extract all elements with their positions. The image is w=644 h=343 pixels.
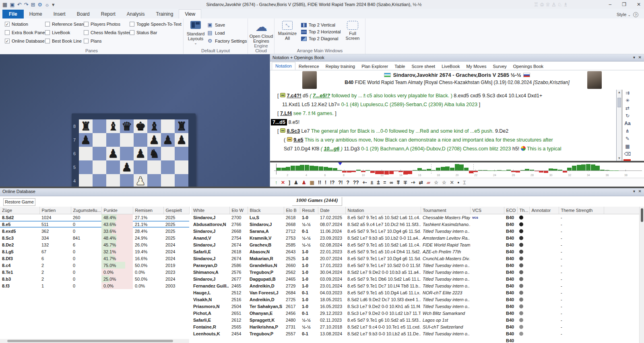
games-table-row[interactable]: Leenhouts,K2454Tregubov,P25570-113.08.20…	[191, 330, 639, 337]
board-square-a5[interactable]	[79, 160, 93, 174]
rotate-icon[interactable]: ↻	[623, 113, 632, 120]
white-slightly-better-symbol[interactable]: ⩲	[377, 180, 380, 185]
factory-settings-button[interactable]: ⚙Factory Settings	[207, 38, 247, 44]
board-square-d7[interactable]	[120, 133, 134, 147]
games-table-header[interactable]: Theme Strength	[559, 207, 604, 214]
board-square-d5[interactable]: ♟	[120, 160, 134, 174]
ribbon-tab-board[interactable]: Board	[71, 10, 95, 18]
tree-icon[interactable]: ⋔	[623, 128, 632, 136]
bracket-symbol[interactable]: ]	[289, 180, 290, 185]
games-table-header[interactable]: Elo B	[284, 207, 300, 214]
notation-tab-survey[interactable]: Survey	[490, 63, 510, 70]
board-square-f5[interactable]	[147, 160, 161, 174]
undo-icon[interactable]: ↶	[17, 2, 22, 8]
dot-symbol[interactable]: •	[458, 180, 459, 185]
checkbox-status-bar[interactable]: Status Bar	[130, 30, 182, 35]
board-square-e6[interactable]: ♟	[134, 147, 147, 160]
checkbox-players-photos[interactable]: Players Photos	[84, 22, 132, 27]
notation-segment[interactable]: ]	[335, 111, 336, 116]
ribbon-tab-training[interactable]: Training	[150, 10, 179, 18]
moves-table-row[interactable]: 8.b32025.0%50.0%2024	[0, 275, 189, 282]
star-plus-symbol[interactable]: ☆	[442, 180, 446, 185]
notation-segment[interactable]: 9.e5	[293, 137, 303, 143]
moves-table-header[interactable]: Zugumstellu...	[71, 207, 101, 214]
checkbox-best-book-line[interactable]: Best Book Line	[45, 39, 88, 43]
games-table-header[interactable]: Black	[248, 207, 284, 214]
board-square-h8[interactable]: ♜	[175, 119, 188, 133]
font-icon[interactable]: Aa	[623, 121, 632, 128]
games-table-header[interactable]: White	[191, 207, 229, 214]
board-square-c7[interactable]	[106, 133, 120, 147]
style-dropdown[interactable]: Style ⌄?	[617, 12, 638, 17]
board-square-c8[interactable]: ♝	[106, 119, 120, 133]
moves-table-row[interactable]: 8.f3100.0%0.0%2003	[0, 282, 189, 289]
notation-segment[interactable]: 8.e5!	[287, 119, 299, 125]
equal-symbol[interactable]: =	[383, 180, 386, 185]
games-table-scrollbar[interactable]	[639, 207, 644, 343]
board-square-g6[interactable]	[161, 147, 175, 160]
board-square-f4[interactable]	[147, 174, 161, 188]
board-square-g4[interactable]	[161, 174, 175, 188]
pane-collapse-icon[interactable]: ▾	[633, 55, 635, 60]
checkbox-notation[interactable]: ✓Notation	[5, 22, 45, 27]
notation-pane-header[interactable]: Notation + Openings Book ▾ ✕	[270, 54, 644, 62]
minimize-button[interactable]: –	[609, 2, 611, 7]
moves-table-hscrollbar[interactable]	[0, 339, 189, 343]
pieces-icon[interactable]: ▦	[623, 144, 632, 151]
black-winning-symbol[interactable]: -+	[411, 180, 415, 185]
pin-symbol[interactable]: ⌶	[463, 180, 466, 185]
notation-tab-table[interactable]: Table	[391, 63, 408, 70]
games-table-row[interactable]: Anand,V2754Kramnik,V2753½-½23.09.20238.S…	[191, 234, 639, 241]
top2-diagonal-button[interactable]: Top 2 Diagonal	[301, 36, 341, 41]
notation-segment[interactable]: h5!	[511, 146, 520, 152]
annotation-folder-icon[interactable]	[280, 93, 285, 97]
games-table-row[interactable]: Visakh,N2516Andreikin,D27251-018.05.2021…	[191, 296, 639, 303]
ribbon-tab-report[interactable]: Report	[95, 10, 121, 18]
games-table-header[interactable]: Date	[318, 207, 345, 214]
games-table-row[interactable]: Priasmoro,N2504Ter Sahakyan,S26171-016.0…	[191, 303, 639, 310]
notation-text[interactable]: [ 7.c4?! d5 ( 7...e5!? followed by ...♗c…	[270, 90, 616, 161]
white-better-symbol[interactable]: ±	[371, 180, 374, 185]
moves-table-row[interactable]: 8.Te1200.0%0.0%2023	[0, 269, 189, 275]
games-table-header[interactable]: Result	[300, 207, 318, 214]
ribbon-tab-file[interactable]: File	[2, 10, 24, 18]
eraser-icon[interactable]: ⌫	[623, 151, 632, 158]
notation-segment[interactable]: 11.Dg3	[344, 146, 361, 152]
board-square-g8[interactable]	[161, 119, 175, 133]
full-screen-button[interactable]: Full Screen	[342, 21, 363, 41]
moves-table-row[interactable]: 8.e5511043.6%21.1%2025	[0, 221, 189, 228]
restore-game-button[interactable]: Restore Game	[3, 198, 35, 206]
restore-button[interactable]: ❐	[622, 2, 626, 7]
notation-tab-livebook[interactable]: LiveBook	[438, 63, 463, 70]
board-square-d6[interactable]	[120, 147, 134, 160]
notation-segment[interactable]: 8.exd5 cxd5 9.Sc3 dxc4 10.Lxc4 Dxd1+	[454, 93, 542, 99]
games-table-row[interactable]: B40	[191, 337, 639, 343]
moves-table-row[interactable]: 8.c42075.0%50.0%2019	[0, 262, 189, 269]
moves-table-row[interactable]: 8.Lg567032.1%19.4%2024	[0, 248, 189, 255]
brilliant-symbol[interactable]: !!	[318, 180, 321, 185]
board-square-c6[interactable]: ♟	[106, 147, 120, 160]
board-square-a7[interactable]: ♟	[79, 133, 93, 147]
games-table-row[interactable]: Fernandez Guill..2465Andreikin,D27291-02…	[191, 282, 639, 289]
checkbox-online-database[interactable]: ✓Online Database	[5, 39, 45, 43]
notation-segment[interactable]: [	[277, 93, 280, 99]
games-table-row[interactable]: Safarli,E2618Abasov,N26431-022.01.20238.…	[191, 248, 639, 255]
board-square-h7[interactable]: ♟	[175, 133, 188, 147]
annotation-folder-icon[interactable]	[287, 137, 292, 142]
games-table-header[interactable]: Notation	[345, 207, 421, 214]
load-layout-button[interactable]: ▤Load	[207, 30, 247, 36]
board-square-e8[interactable]: ♚	[134, 119, 147, 133]
games-table-row[interactable]: Hauge,L2512Van Foreest,J26840-104.03.202…	[191, 289, 639, 296]
board-square-h4[interactable]	[175, 174, 188, 188]
promote-icon[interactable]: ✳	[623, 98, 632, 105]
board-square-b4[interactable]	[93, 174, 106, 188]
board-square-a6[interactable]	[79, 147, 93, 160]
games-table-row[interactable]: Sindarov,J2677Daggupati,B24651-003.09.20…	[191, 275, 639, 282]
moves-table-header[interactable]: Remisen	[133, 207, 163, 214]
games-table-header[interactable]	[604, 207, 639, 214]
board-square-b5[interactable]	[93, 160, 106, 174]
gear-icon[interactable]: ⚙	[37, 2, 42, 8]
board-square-d4[interactable]	[120, 174, 134, 188]
redo-icon[interactable]: ↷	[24, 2, 29, 8]
games-table-header[interactable]: ECO	[504, 207, 517, 214]
